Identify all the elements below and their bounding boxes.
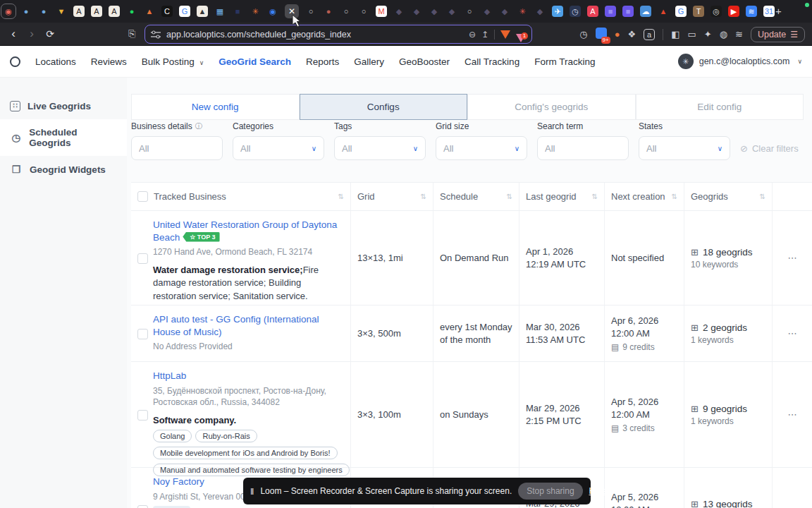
nav-item-form-tracking[interactable]: Form Tracking (534, 56, 595, 67)
states-select[interactable]: All ∨ (639, 136, 730, 160)
account-menu[interactable]: ✳ gen.c@localoptics.com ∨ (678, 54, 802, 69)
new-tab-button[interactable]: + (775, 5, 782, 17)
browser-tab[interactable]: ◆ (534, 6, 546, 17)
shield-icon[interactable]: ◍ (720, 29, 727, 40)
header-geogrids[interactable]: Geogrids ⇅ (684, 183, 773, 210)
bookmark-icon[interactable]: ⎘ (128, 28, 135, 40)
app-logo-icon[interactable] (10, 56, 20, 67)
browser-tab[interactable]: 31 (763, 6, 775, 17)
browser-tab[interactable]: ● (38, 6, 49, 17)
search-term-input[interactable] (545, 143, 621, 154)
browser-tab[interactable]: ■ (622, 6, 634, 17)
header-grid[interactable]: Grid ⇅ (351, 183, 433, 210)
browser-tab[interactable]: ○ (340, 6, 352, 17)
browser-tab[interactable]: ✳ (250, 6, 261, 17)
browser-tab[interactable]: ○ (305, 6, 316, 17)
clear-filters-button[interactable]: ⊘ Clear filters (740, 143, 799, 160)
sort-icon[interactable]: ⇅ (338, 193, 344, 200)
business-link[interactable]: Noy Factory (153, 476, 204, 487)
tab-configs-geogrids[interactable]: Config's geogrids (467, 94, 636, 120)
nav-item-gallery[interactable]: Gallery (354, 56, 384, 67)
fox-extension-icon[interactable]: ● (615, 29, 620, 40)
nav-item-bulk-posting[interactable]: Bulk Posting ∨ (142, 56, 204, 67)
back-button[interactable]: ‹ (4, 27, 23, 41)
stack-icon[interactable]: ≋ (735, 29, 743, 40)
row-checkbox[interactable] (137, 505, 148, 508)
share-icon[interactable]: ↥ (481, 30, 488, 40)
select-all-checkbox[interactable] (137, 191, 148, 202)
browser-tab[interactable]: T (693, 6, 704, 17)
header-tracked-business[interactable]: Tracked Business ⇅ (131, 183, 351, 210)
nav-item-geobooster[interactable]: GeoBooster (399, 56, 450, 67)
header-schedule[interactable]: Schedule ⇅ (433, 183, 519, 210)
sidebar-item-scheduled-geogrids[interactable]: ◷ Scheduled Geogrids (0, 119, 127, 156)
header-last-geogrid[interactable]: Last geogrid ⇅ (519, 183, 605, 210)
browser-tab[interactable]: ▼ (56, 6, 67, 17)
nav-item-locations[interactable]: Locations (35, 56, 76, 67)
sidebar-item-live-geogrids[interactable]: ∷ Live Geogrids (0, 93, 127, 119)
browser-tab[interactable]: ☁ (640, 6, 651, 17)
browser-tab[interactable]: ≋ (746, 6, 757, 17)
browser-tab[interactable]: A (109, 6, 120, 17)
sort-icon[interactable]: ⇅ (760, 193, 765, 200)
row-actions-button[interactable]: ⋯ (788, 328, 797, 339)
browser-tab[interactable]: ◆ (429, 6, 440, 17)
browser-tab[interactable]: ◆ (481, 6, 493, 17)
browser-tab[interactable]: ● (20, 6, 32, 17)
browser-tab[interactable]: ▦ (214, 6, 226, 17)
zoom-out-icon[interactable]: ⊖ (469, 30, 476, 40)
browser-tab[interactable]: ■ (605, 6, 616, 17)
browser-tab[interactable]: ▲ (658, 6, 669, 17)
browser-tab[interactable]: A (91, 6, 102, 17)
browser-tab[interactable]: C (161, 6, 173, 17)
tags-select[interactable]: All ∨ (334, 136, 426, 160)
boxed-a-extension-icon[interactable]: a (644, 29, 655, 40)
url-text[interactable]: app.localoptics.com/scheduled_geogrids_i… (166, 30, 463, 40)
browser-tab[interactable]: ○ (464, 6, 475, 17)
clock-extension-icon[interactable]: ◷ (579, 29, 587, 40)
header-next-creation[interactable]: Next creation ⇅ (605, 183, 684, 210)
sort-icon[interactable]: ⇅ (592, 193, 598, 200)
browser-tab[interactable]: ▲ (197, 6, 208, 17)
browser-tab[interactable]: M (376, 6, 387, 17)
sidebar-toggle-icon[interactable]: ◧ (671, 29, 679, 40)
browser-tab[interactable]: A (587, 6, 598, 17)
browser-tab[interactable]: A (73, 6, 85, 17)
browser-tab[interactable]: ▶ (728, 6, 739, 17)
browser-tab[interactable]: ◆ (499, 6, 510, 17)
nav-item-geogrid-search[interactable]: GeoGrid Search (219, 56, 291, 67)
reload-button[interactable]: ⟳ (41, 28, 59, 40)
business-link[interactable]: API auto test - GG Config (International… (153, 314, 319, 337)
browser-tab[interactable]: G (179, 6, 190, 17)
browser-tab[interactable]: ◆ (446, 6, 457, 17)
sidebar-item-geogrid-widgets[interactable]: ❐ Geogrid Widgets (0, 156, 127, 183)
row-checkbox[interactable] (137, 253, 148, 264)
row-actions-button[interactable]: ⋯ (788, 504, 797, 508)
browser-tab[interactable]: ● (126, 6, 137, 17)
browser-tab[interactable]: ● (323, 6, 334, 17)
browser-tab[interactable]: ✳ (517, 6, 528, 17)
hide-link[interactable]: Hide (589, 486, 607, 496)
browser-tab[interactable]: ○ (358, 6, 369, 17)
browser-tab[interactable]: ■ (232, 6, 243, 17)
url-bar[interactable]: app.localoptics.com/scheduled_geogrids_i… (144, 25, 532, 44)
puzzle-extension-icon[interactable]: ❖ (628, 29, 636, 40)
brave-icon[interactable] (500, 30, 510, 39)
sort-icon[interactable]: ⇅ (421, 193, 426, 200)
business-link[interactable]: HttpLab (153, 370, 186, 381)
browser-tab[interactable]: ◆ (411, 6, 422, 17)
categories-select[interactable]: All ∨ (233, 136, 324, 160)
browser-tab[interactable]: ◉ (267, 6, 278, 17)
wallet-icon[interactable]: ▭ (687, 29, 696, 40)
nav-item-reviews[interactable]: Reviews (91, 56, 127, 67)
sort-icon[interactable]: ⇅ (507, 193, 512, 200)
update-button[interactable]: Update ☰ (751, 27, 805, 42)
tab-edit-config[interactable]: Edit config (636, 94, 804, 120)
row-actions-button[interactable]: ⋯ (788, 253, 797, 263)
browser-tab[interactable]: G (675, 6, 687, 17)
nav-item-call-tracking[interactable]: Call Tracking (465, 56, 519, 67)
row-checkbox[interactable] (137, 329, 148, 339)
sort-icon[interactable]: ⇅ (672, 193, 677, 200)
browser-tab[interactable]: ◉ (3, 6, 14, 17)
info-icon[interactable]: ⓘ (195, 121, 202, 131)
